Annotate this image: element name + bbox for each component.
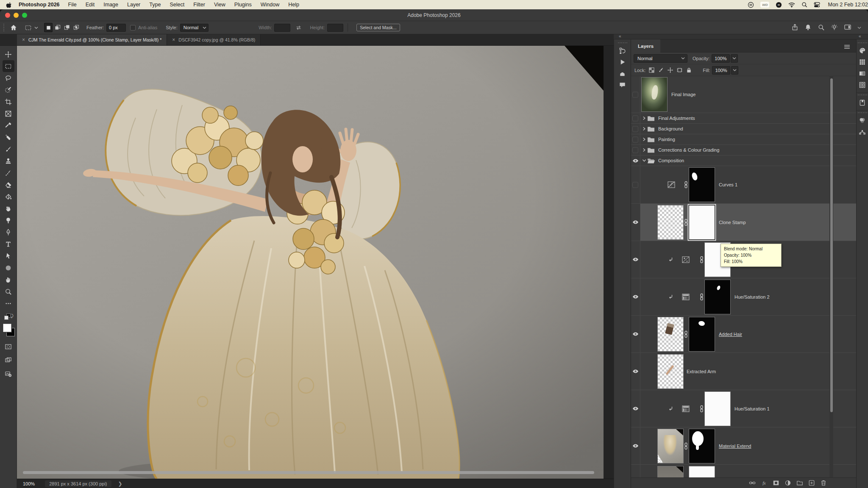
swap-dimensions-icon[interactable] [293,22,304,33]
tab-layers[interactable]: Layers [631,39,660,53]
mask-link-icon[interactable] [684,181,688,189]
comments-icon[interactable] [617,79,628,90]
tool-type[interactable] [3,238,14,250]
layer-row[interactable]: Extracted Arm [631,353,856,390]
layer-mask-thumbnail[interactable] [705,392,730,426]
layer-mask-thumbnail[interactable] [689,168,715,202]
tool-history-brush[interactable] [3,167,14,179]
collapse-right-panels-icon[interactable]: « [859,34,861,39]
search-icon[interactable] [818,24,825,32]
mask-link-icon[interactable] [699,405,704,412]
visibility-toggle-empty[interactable] [632,182,639,188]
tool-dodge[interactable] [3,214,14,226]
tool-more-tools[interactable] [3,297,14,309]
spotlight-icon[interactable] [801,2,807,8]
actions-icon[interactable] [617,56,628,67]
add-adjustment-icon[interactable] [784,479,792,487]
menu-image[interactable]: Image [103,2,118,8]
options-grip[interactable] [3,24,6,31]
foreground-background-swatches[interactable] [2,324,15,337]
tool-hand[interactable] [3,274,14,286]
layers-scrollbar[interactable] [829,76,833,477]
layer-name[interactable]: Added Hair [719,332,742,337]
layer-thumbnail[interactable] [658,205,683,239]
photo-canvas[interactable] [17,46,604,479]
strip-grip[interactable] [858,94,867,95]
tool-pen[interactable] [3,226,14,238]
layer-mask-thumbnail[interactable] [689,317,715,351]
tool-eraser[interactable] [3,179,14,191]
menu-view[interactable]: View [214,2,225,8]
mask-link-icon[interactable] [684,330,688,338]
layer-thumbnail[interactable] [658,317,683,351]
control-center-icon[interactable] [814,2,820,8]
creative-cloud-icon[interactable]: ∞ [776,2,782,8]
layer-row[interactable]: Material Extend [631,427,856,465]
workspace-chevron-icon[interactable] [857,25,861,30]
adjustment-huesat-icon[interactable] [682,405,690,412]
height-input[interactable] [327,24,343,32]
close-tab-icon[interactable]: × [22,37,25,43]
menu-file[interactable]: File [68,2,77,8]
collapse-panels-icon[interactable]: « [619,34,621,39]
tool-move[interactable] [3,48,14,60]
layer-group-row[interactable]: Composition [631,155,856,166]
tool-zoom-tool[interactable] [3,286,14,297]
document-tab-1[interactable]: ×CJM The Emerald City.psd @ 100% (Clone … [17,34,167,45]
tool-path-select[interactable] [3,250,14,262]
mask-link-icon[interactable] [699,256,704,263]
paths-icon[interactable] [857,126,868,137]
document-tab-2[interactable]: ×DSCF3942 copy.jpg @ 41.8% (RGB/8) [167,34,261,45]
fill-chevron-icon[interactable] [731,66,738,75]
share-icon[interactable] [791,24,798,32]
chevron-right-icon[interactable] [642,116,646,120]
visibility-toggle-empty[interactable] [632,92,639,97]
status-chevron-icon[interactable]: ❯ [118,481,122,487]
layer-name[interactable]: Material Extend [719,444,751,449]
layer-thumbnail[interactable] [658,429,683,463]
swap-colors-icon[interactable]: ⤸ [4,313,13,320]
visibility-eye-icon[interactable] [632,219,639,225]
menubar-app-name[interactable]: Photoshop 2026 [19,2,60,8]
feather-input[interactable] [106,24,126,32]
workspace-switcher-icon[interactable] [844,24,851,31]
link-layers-icon[interactable] [748,479,756,487]
layer-row[interactable]: Clone Stamp [631,204,856,241]
chevron-right-icon[interactable] [642,148,646,152]
visibility-toggle-empty[interactable] [632,147,639,153]
tool-presets-icon[interactable] [617,68,628,79]
layer-mask-thumbnail[interactable] [689,429,715,463]
color-icon[interactable] [857,45,868,56]
lock-transparency-icon[interactable] [649,67,654,73]
tool-gradient[interactable] [3,191,14,202]
patterns-icon[interactable] [857,79,868,90]
tool-eyedropper[interactable] [3,119,14,131]
blend-mode-select[interactable]: Normal [634,54,687,63]
marquee-preset-chevron-icon[interactable] [34,25,38,30]
panel-menu-icon[interactable] [844,43,850,51]
tool-lasso[interactable] [3,72,14,84]
keystroke-icon[interactable] [748,2,754,8]
layer-row[interactable]: Hue/Saturation 1 [631,390,856,427]
delete-layer-icon[interactable] [820,479,827,487]
swatches-icon[interactable] [857,56,868,67]
subtract-selection-mode-button[interactable] [63,23,71,32]
visibility-eye-icon[interactable] [632,443,639,449]
select-and-mask-button[interactable]: Select and Mask... [356,24,400,31]
visibility-toggle-empty[interactable] [632,137,639,142]
menubar-clock[interactable]: Mon 2 Feb 12:02 [828,2,868,8]
layer-mask-thumbnail[interactable] [705,280,730,314]
tool-object-selection[interactable] [3,84,14,96]
menu-edit[interactable]: Edit [86,2,95,8]
visibility-eye-icon[interactable] [632,331,639,337]
tool-frame[interactable] [3,108,14,119]
menu-select[interactable]: Select [170,2,184,8]
anti-alias-checkbox[interactable] [130,25,136,30]
menu-filter[interactable]: Filter [193,2,205,8]
adjustments-icon[interactable] [857,115,868,126]
layer-mask-thumbnail[interactable] [689,205,715,239]
mask-link-icon[interactable] [699,293,704,300]
strip-grip[interactable] [858,112,867,113]
close-tab-icon[interactable]: × [172,37,175,43]
strip-grip[interactable] [618,42,627,43]
